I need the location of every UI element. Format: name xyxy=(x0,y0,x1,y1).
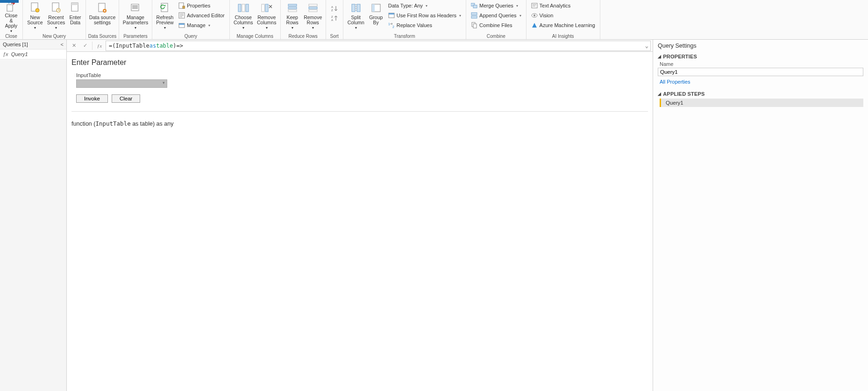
query-name: Query1 xyxy=(11,51,28,57)
new-source-icon xyxy=(29,2,41,14)
first-row-headers-button[interactable]: Use First Row as Headers ▾ xyxy=(386,11,463,20)
query-name-input[interactable] xyxy=(658,68,863,76)
azure-ml-button[interactable]: Azure Machine Learning xyxy=(529,21,597,30)
recent-sources-label: Recent Sources xyxy=(47,15,65,25)
remove-rows-label: Remove Rows xyxy=(304,15,322,25)
svg-rect-22 xyxy=(262,4,264,12)
group-label-transform: Transform xyxy=(343,33,466,39)
dropdown-caret-icon: ▾ xyxy=(266,25,268,30)
properties-button[interactable]: Properties xyxy=(177,1,227,10)
svg-text:A: A xyxy=(331,6,333,8)
collapse-panel-button[interactable]: < xyxy=(61,42,64,47)
dropdown-caret-icon: ▾ xyxy=(208,23,210,28)
manage-parameters-label: Manage Parameters xyxy=(123,15,148,25)
manage-icon xyxy=(178,22,185,28)
group-label-query: Query xyxy=(152,33,229,39)
collapse-triangle-icon: ◢ xyxy=(658,54,661,59)
vision-button[interactable]: Vision xyxy=(529,11,597,20)
sort-desc-button[interactable]: ZA xyxy=(331,14,338,23)
ribbon-group-new-query: New Source ▾ Recent Sources ▾ Enter Data… xyxy=(23,0,86,39)
cancel-formula-button[interactable]: ✕ xyxy=(69,41,79,51)
properties-section-header[interactable]: ◢ PROPERTIES xyxy=(658,54,863,59)
commit-formula-button[interactable]: ✓ xyxy=(80,41,90,51)
manage-parameters-button[interactable]: Manage Parameters ▾ xyxy=(121,1,150,32)
vision-icon xyxy=(531,12,538,19)
dropdown-caret-icon: ▾ xyxy=(312,25,314,30)
svg-rect-45 xyxy=(471,16,477,18)
ribbon: Close & Apply ▾ Close New Source ▾ Recen… xyxy=(0,0,868,40)
enter-data-icon xyxy=(69,2,81,14)
sig-text: as table) as any xyxy=(131,121,174,127)
expand-formula-button[interactable]: ⌄ xyxy=(645,43,648,49)
all-properties-link[interactable]: All Properties xyxy=(660,79,863,85)
refresh-icon xyxy=(159,2,171,14)
svg-point-50 xyxy=(534,14,535,16)
combine-files-button[interactable]: Combine Files xyxy=(469,21,523,30)
dropdown-caret-icon: ▾ xyxy=(55,25,57,30)
refresh-preview-label: Refresh Preview xyxy=(156,15,173,25)
group-label-ai-insights: AI Insights xyxy=(526,33,600,39)
svg-rect-24 xyxy=(288,4,297,6)
applied-steps-header-label: APPLIED STEPS xyxy=(663,91,704,97)
sig-identifier: InputTable xyxy=(95,120,130,127)
new-source-button[interactable]: New Source ▾ xyxy=(25,1,45,32)
text-analytics-button[interactable]: Text Analytics xyxy=(529,1,597,10)
svg-rect-43 xyxy=(473,5,477,8)
split-column-button[interactable]: Split Column ▾ xyxy=(345,1,367,32)
svg-point-9 xyxy=(104,10,106,12)
split-column-icon xyxy=(350,2,362,14)
center-area: ✕ ✓ ƒx = ( InputTable as table ) => ⌄ En… xyxy=(67,40,653,391)
keep-rows-label: Keep Rows xyxy=(286,15,299,25)
svg-rect-34 xyxy=(352,4,355,12)
separator xyxy=(71,111,648,112)
clear-button[interactable]: Clear xyxy=(112,94,140,103)
sort-asc-button[interactable]: AZ xyxy=(331,4,338,13)
remove-columns-button[interactable]: Remove Columns ▾ xyxy=(255,1,278,32)
merge-queries-label: Merge Queries xyxy=(479,3,513,8)
data-source-settings-button[interactable]: Data source settings xyxy=(88,1,117,32)
svg-text:A: A xyxy=(331,19,333,21)
queries-panel: Queries [1] < ƒx Query1 xyxy=(0,40,67,391)
group-label-sort: Sort xyxy=(326,33,343,39)
formula-input[interactable]: = ( InputTable as table ) => ⌄ xyxy=(106,41,651,51)
parameter-dropdown[interactable] xyxy=(76,79,167,88)
ribbon-group-combine: Merge Queries ▾ Append Queries ▾ Combine… xyxy=(466,0,526,39)
vision-label: Vision xyxy=(540,13,554,18)
manage-parameters-icon xyxy=(129,2,142,14)
formula-token: table xyxy=(156,43,173,49)
manage-button[interactable]: Manage ▾ xyxy=(177,21,227,30)
properties-label: Properties xyxy=(187,3,210,8)
svg-rect-15 xyxy=(183,6,185,8)
choose-columns-icon xyxy=(237,2,249,14)
remove-rows-button[interactable]: Remove Rows ▾ xyxy=(302,1,324,32)
svg-rect-19 xyxy=(238,4,241,12)
group-label-combine: Combine xyxy=(466,33,526,39)
ribbon-group-query: Refresh Preview ▾ Properties Advanced Ed… xyxy=(152,0,230,39)
applied-step-item[interactable]: Query1 xyxy=(660,99,863,107)
group-label-reduce-rows: Reduce Rows xyxy=(281,33,326,39)
close-apply-button[interactable]: Close & Apply ▾ xyxy=(2,1,21,32)
query-list-item[interactable]: ƒx Query1 xyxy=(0,50,66,59)
new-source-label: New Source xyxy=(27,15,43,25)
invoke-button[interactable]: Invoke xyxy=(76,94,108,103)
keep-rows-button[interactable]: Keep Rows ▾ xyxy=(283,1,302,32)
svg-rect-27 xyxy=(309,4,317,6)
recent-sources-button[interactable]: Recent Sources ▾ xyxy=(45,1,67,32)
enter-data-button[interactable]: Enter Data xyxy=(67,1,84,32)
replace-values-button[interactable]: 12 Replace Values xyxy=(386,21,463,30)
svg-rect-35 xyxy=(357,4,360,12)
applied-steps-section-header[interactable]: ◢ APPLIED STEPS xyxy=(658,91,863,97)
advanced-editor-button[interactable]: Advanced Editor xyxy=(177,11,227,20)
choose-columns-label: Choose Columns xyxy=(234,15,253,25)
group-by-button[interactable]: Group By xyxy=(367,1,385,32)
merge-queries-button[interactable]: Merge Queries ▾ xyxy=(469,1,523,10)
headers-icon xyxy=(388,12,395,19)
parameter-label: InputTable xyxy=(76,72,648,78)
dropdown-caret-icon: ▾ xyxy=(34,25,36,30)
append-queries-button[interactable]: Append Queries ▾ xyxy=(469,11,523,20)
choose-columns-button[interactable]: Choose Columns ▾ xyxy=(232,1,255,32)
advanced-editor-icon xyxy=(178,12,185,19)
data-type-button[interactable]: Data Type: Any ▾ xyxy=(386,1,463,10)
refresh-preview-button[interactable]: Refresh Preview ▾ xyxy=(154,1,176,32)
svg-rect-25 xyxy=(288,7,297,9)
